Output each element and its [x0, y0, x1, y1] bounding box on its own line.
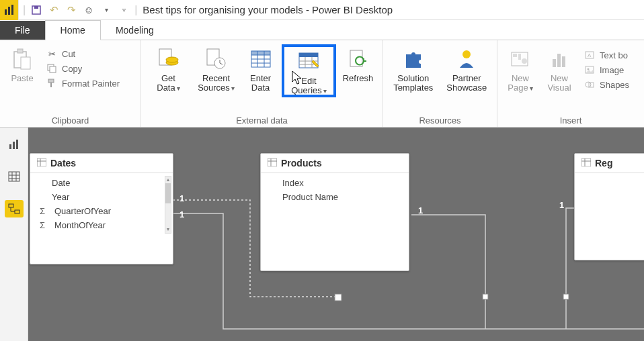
svg-rect-55 [335, 294, 341, 301]
svg-rect-37 [557, 54, 561, 67]
svg-rect-11 [50, 83, 52, 87]
table-node-dates[interactable]: Dates Date Year ΣQuarterOfYear ΣMonthOfY… [30, 153, 173, 264]
format-painter-label: Format Painter [62, 79, 120, 89]
svg-rect-46 [13, 142, 15, 149]
new-visual-button[interactable]: New Visual [542, 46, 577, 93]
feedback-smiley-icon[interactable]: ☺ [82, 3, 95, 17]
new-visual-icon [546, 47, 573, 71]
new-visual-label-1: New [551, 74, 568, 83]
window-title: Best tips for organising your models - P… [143, 4, 393, 15]
svg-rect-23 [251, 51, 270, 55]
field-row[interactable]: Year [30, 190, 173, 204]
table-node-partial[interactable]: Reg [574, 153, 644, 260]
refresh-button[interactable]: Refresh [339, 46, 377, 93]
svg-rect-48 [9, 172, 19, 181]
table-node-products[interactable]: Products Index Product Name [260, 153, 409, 271]
ribbon: Paste ✂ Cut Copy Format Painter [0, 40, 644, 128]
image-label: Image [600, 65, 624, 75]
svg-text:A: A [588, 52, 592, 58]
format-painter-button[interactable]: Format Painter [43, 77, 122, 90]
group-label-insert: Insert [503, 114, 639, 126]
scrollbar[interactable]: ▴ ▾ [165, 176, 171, 234]
new-page-button[interactable]: New Page [503, 46, 538, 93]
textbox-icon: A [583, 49, 596, 61]
group-label-external: External data [147, 114, 377, 126]
svg-rect-7 [21, 57, 30, 69]
field-row[interactable]: ΣQuarterOfYear [30, 204, 173, 218]
copy-label: Copy [62, 64, 82, 74]
svg-rect-61 [268, 158, 277, 166]
undo-icon[interactable]: ↶ [47, 3, 61, 17]
field-row[interactable]: Date [30, 176, 173, 190]
refresh-icon [344, 47, 371, 71]
svg-rect-34 [518, 54, 521, 60]
qat-dropdown-icon[interactable]: ▾ [99, 3, 113, 17]
scroll-thumb[interactable] [165, 183, 171, 203]
field-row[interactable]: Index [261, 176, 409, 190]
sigma-icon: Σ [40, 220, 50, 230]
svg-rect-1 [8, 7, 10, 15]
shapes-icon [583, 79, 596, 91]
paste-button[interactable]: Paste [5, 46, 39, 83]
field-label: Date [52, 178, 70, 188]
svg-rect-36 [553, 59, 556, 67]
table-name: Reg [595, 158, 612, 168]
scroll-down-icon[interactable]: ▾ [165, 226, 171, 233]
image-icon [583, 64, 596, 76]
copy-button[interactable]: Copy [43, 62, 122, 75]
cut-button[interactable]: ✂ Cut [43, 47, 122, 60]
svg-rect-57 [563, 294, 569, 299]
ribbon-tabs: File Home Modeling [0, 20, 644, 40]
get-data-icon [155, 47, 182, 71]
edit-queries-label-1: Edit [301, 77, 316, 86]
shapes-button[interactable]: Shapes [581, 78, 632, 91]
cut-label: Cut [62, 49, 75, 59]
textbox-button[interactable]: A Text bo [581, 48, 632, 62]
svg-rect-64 [581, 158, 591, 166]
get-data-button[interactable]: Get Data [147, 46, 190, 93]
person-icon [453, 47, 480, 71]
tab-file[interactable]: File [0, 21, 45, 40]
view-report-button[interactable] [5, 136, 24, 153]
solution-label-2: Templates [393, 83, 433, 93]
save-icon[interactable] [30, 3, 43, 17]
partner-showcase-button[interactable]: Partner Showcase [442, 46, 492, 93]
image-button[interactable]: Image [581, 63, 632, 77]
view-data-button[interactable] [5, 168, 24, 185]
tab-home[interactable]: Home [45, 20, 101, 40]
shapes-label: Shapes [600, 80, 629, 90]
edit-queries-label-2: Queries [291, 86, 327, 95]
tab-modeling[interactable]: Modeling [101, 21, 169, 40]
table-icon [268, 158, 277, 168]
recent-sources-button[interactable]: Recent Sources [194, 46, 238, 93]
cardinality-label: 1 [559, 200, 564, 210]
solution-templates-button[interactable]: Solution Templates [389, 46, 438, 93]
cut-icon: ✂ [46, 48, 58, 60]
new-page-icon [507, 47, 534, 71]
svg-rect-10 [48, 79, 54, 83]
edit-queries-button[interactable]: Edit Queries [283, 46, 335, 96]
scroll-up-icon[interactable]: ▴ [165, 177, 171, 183]
field-label: Year [52, 192, 69, 202]
table-icon [37, 158, 46, 168]
field-row[interactable]: ΣMonthOfYear [30, 218, 173, 232]
svg-point-35 [522, 58, 527, 64]
svg-rect-47 [16, 140, 18, 149]
view-model-button[interactable] [5, 200, 24, 217]
new-page-label-1: New [512, 74, 529, 83]
svg-rect-53 [9, 204, 13, 207]
table-name: Dates [50, 158, 76, 168]
svg-point-14 [166, 57, 178, 62]
model-canvas[interactable]: 1 1 1 1 Dates Date Year ΣQuarterOfYear Σ… [28, 128, 644, 341]
group-external-data: Get Data Recent Sources Enter Data [141, 40, 383, 127]
copy-icon [46, 62, 58, 75]
enter-data-button[interactable]: Enter Data [242, 46, 279, 93]
redo-icon[interactable]: ↷ [65, 3, 78, 17]
paste-icon [9, 47, 36, 71]
enter-data-label-1: Enter [250, 74, 271, 83]
puzzle-icon [400, 47, 427, 71]
table-name: Products [281, 158, 322, 168]
svg-rect-2 [11, 5, 13, 15]
field-row[interactable]: Product Name [261, 190, 409, 204]
qat-customize-icon[interactable]: ▿ [117, 3, 130, 17]
